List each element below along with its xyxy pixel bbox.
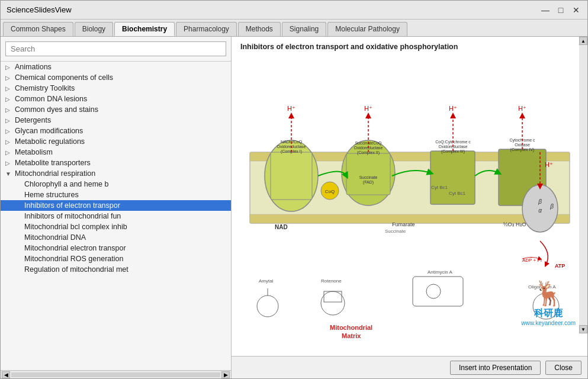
spacer xyxy=(15,235,22,241)
svg-text:Cyt Bc1: Cyt Bc1 xyxy=(430,185,448,190)
svg-text:H⁺: H⁺ xyxy=(518,105,526,112)
svg-text:β: β xyxy=(550,203,554,210)
scroll-right-btn[interactable]: ▶ xyxy=(221,371,230,378)
svg-text:Rotenone: Rotenone xyxy=(321,278,342,284)
svg-point-53 xyxy=(321,291,345,315)
svg-text:H⁺: H⁺ xyxy=(287,105,295,112)
search-input[interactable] xyxy=(5,41,226,56)
svg-marker-32 xyxy=(288,113,294,118)
svg-text:Fumarate: Fumarate xyxy=(392,221,415,227)
collapse-arrow: ▷ xyxy=(5,160,12,166)
tab-pharmacology[interactable]: Pharmacology xyxy=(176,22,237,36)
tree-item-regulation-mito[interactable]: Regulation of mitochondrial met xyxy=(1,264,231,275)
svg-text:Matrix: Matrix xyxy=(342,332,361,339)
tree-item-detergents[interactable]: ▷ Detergents xyxy=(1,115,231,126)
svg-text:½O₂  H₂O: ½O₂ H₂O xyxy=(503,221,526,227)
spacer xyxy=(15,224,22,230)
close-button[interactable]: Close xyxy=(545,361,581,375)
svg-text:α: α xyxy=(538,207,542,214)
svg-text:Mitochondrial: Mitochondrial xyxy=(330,324,372,331)
svg-point-59 xyxy=(533,293,559,319)
tree-item-inhibitors-electron[interactable]: Inhibitors of electron transpor xyxy=(1,200,231,211)
tree-item-heme[interactable]: Heme structures xyxy=(1,190,231,200)
tree-item-glycan[interactable]: ▷ Glycan modifications xyxy=(1,126,231,136)
tree-item-mito-dna[interactable]: Mitochondrial DNA xyxy=(1,232,231,243)
scroll-down-btn[interactable]: ▼ xyxy=(579,325,587,333)
svg-text:Oligomycin A: Oligomycin A xyxy=(528,284,556,290)
tree-item-metabolism[interactable]: ▷ Metabolism xyxy=(1,147,231,158)
tree-item-inhibitors-mito[interactable]: Inhibitors of mitochondrial fun xyxy=(1,211,231,221)
tree-item-mito-ros[interactable]: Mitochondrial ROS generation xyxy=(1,253,231,264)
tree-item-mito-resp[interactable]: ▼ Mitochondrial respiration xyxy=(1,168,231,179)
collapse-arrow: ▷ xyxy=(5,64,12,70)
title-bar: ScienceSlidesView — □ ✕ xyxy=(1,1,587,20)
svg-text:Amytal: Amytal xyxy=(259,278,274,284)
tab-signaling[interactable]: Signaling xyxy=(282,22,326,36)
svg-rect-56 xyxy=(413,277,463,306)
minimize-button[interactable]: — xyxy=(540,5,551,15)
title-controls: — □ ✕ xyxy=(540,5,581,15)
window-title: ScienceSlidesView xyxy=(7,5,72,14)
svg-text:β: β xyxy=(538,198,542,205)
main-window: ScienceSlidesView — □ ✕ Common Shapes Bi… xyxy=(0,0,588,379)
svg-rect-13 xyxy=(430,151,475,204)
tree-item-chlorophyll[interactable]: Chlorophyll a and heme b xyxy=(1,179,231,190)
tree-list[interactable]: ▷ Animations ▷ Chemical components of ce… xyxy=(1,62,231,370)
spacer xyxy=(15,203,22,209)
search-bar xyxy=(1,37,231,62)
scroll-left-btn[interactable]: ◀ xyxy=(2,371,10,378)
svg-text:Succinate: Succinate xyxy=(385,229,406,234)
svg-point-57 xyxy=(426,284,441,298)
diagram-svg: NADH/CoQ Oxidoreductase (Complex I) Succ… xyxy=(238,57,581,348)
horizontal-scrollbar[interactable]: ◀ ▶ xyxy=(1,370,231,378)
tab-biology[interactable]: Biology xyxy=(75,22,113,36)
tree-item-mito-bcl[interactable]: Mitochondrial bcl complex inhib xyxy=(1,221,231,232)
spacer xyxy=(15,266,22,273)
maximize-button[interactable]: □ xyxy=(555,5,566,15)
collapse-arrow: ▷ xyxy=(5,85,12,92)
tabs-row: Common Shapes Biology Biochemistry Pharm… xyxy=(1,20,587,37)
svg-text:Cyt Bc1: Cyt Bc1 xyxy=(448,191,465,196)
footer-bar: Insert into Presentation Close xyxy=(232,356,587,378)
tree-item-mito-electron[interactable]: Mitochondrial electron transpor xyxy=(1,243,231,253)
svg-text:Succinate: Succinate xyxy=(359,175,377,179)
tree-item-common-dna[interactable]: ▷ Common DNA lesions xyxy=(1,94,231,104)
svg-point-51 xyxy=(257,296,278,317)
svg-text:Antimycin A: Antimycin A xyxy=(428,269,452,275)
tab-methods[interactable]: Methods xyxy=(238,22,281,36)
spacer xyxy=(15,213,22,220)
preview-image: NADH/CoQ Oxidoreductase (Complex I) Succ… xyxy=(237,49,581,356)
spacer xyxy=(15,256,22,262)
preview-area: Inhibitors of electron transport and oxi… xyxy=(232,37,587,356)
right-panel: Inhibitors of electron transport and oxi… xyxy=(232,37,587,378)
svg-text:(FAD): (FAD) xyxy=(362,180,373,185)
spacer xyxy=(15,181,22,188)
insert-button[interactable]: Insert into Presentation xyxy=(450,361,541,375)
tab-biochemistry[interactable]: Biochemistry xyxy=(114,22,175,36)
collapse-arrow: ▼ xyxy=(5,171,12,177)
svg-marker-38 xyxy=(450,113,456,118)
svg-rect-9 xyxy=(346,153,390,195)
svg-text:NAD: NAD xyxy=(275,224,288,230)
tree-item-metabolite[interactable]: ▷ Metabolite transporters xyxy=(1,158,231,168)
tab-common-shapes[interactable]: Common Shapes xyxy=(3,22,73,36)
collapse-arrow: ▷ xyxy=(5,117,12,124)
svg-marker-41 xyxy=(519,113,525,118)
tree-item-common-dyes[interactable]: ▷ Common dyes and stains xyxy=(1,104,231,115)
svg-marker-35 xyxy=(365,113,371,118)
tab-molecular-pathology[interactable]: Molecular Pathology xyxy=(327,22,407,36)
close-button[interactable]: ✕ xyxy=(571,5,581,15)
tree-item-chemical-components[interactable]: ▷ Chemical components of cells xyxy=(1,72,231,83)
collapse-arrow: ▷ xyxy=(5,139,12,145)
svg-text:ATP: ATP xyxy=(555,263,565,269)
collapse-arrow: ▷ xyxy=(5,128,12,134)
scroll-up-btn[interactable]: ▲ xyxy=(579,37,587,45)
vertical-scrollbar[interactable]: ▲ ▼ xyxy=(579,37,587,333)
svg-rect-4 xyxy=(271,152,312,200)
tree-item-metabolic-reg[interactable]: ▷ Metabolic regulations xyxy=(1,136,231,147)
collapse-arrow: ▷ xyxy=(5,96,12,102)
collapse-arrow: ▷ xyxy=(5,149,12,156)
tree-item-chemistry-toolkits[interactable]: ▷ Chemistry Toolkits xyxy=(1,83,231,94)
spacer xyxy=(15,192,22,198)
tree-item-animations[interactable]: ▷ Animations xyxy=(1,62,231,72)
